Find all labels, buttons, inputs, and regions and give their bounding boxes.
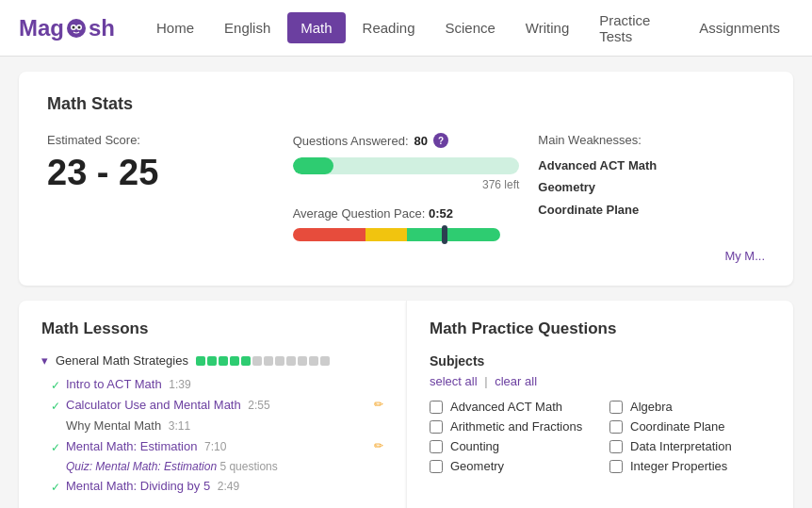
- subjects-grid: Advanced ACT Math Algebra Arithmetic and…: [430, 400, 771, 473]
- lesson-item-0: ✓ Intro to ACT Math 1:39: [41, 377, 383, 392]
- progress-dots: [196, 356, 330, 366]
- subject-label-4: Counting: [450, 439, 499, 453]
- lesson-link-3[interactable]: Mental Math: Estimation: [66, 439, 197, 453]
- quiz-detail: 5 questions: [219, 460, 277, 473]
- questions-answered-value: 80: [414, 134, 428, 148]
- lesson-link-1[interactable]: Calculator Use and Mental Math: [66, 398, 241, 412]
- lesson-item-3: ✓ Mental Math: Estimation 7:10 ✏: [41, 439, 383, 454]
- dot-11: [320, 356, 330, 366]
- lesson-time-4: 2:49: [218, 480, 239, 493]
- lesson-item-4: ✓ Mental Math: Dividing by 5 2:49: [41, 479, 383, 494]
- svg-point-3: [73, 25, 75, 28]
- dot-3: [230, 356, 239, 366]
- lesson-title-1: Calculator Use and Mental Math 2:55: [66, 398, 270, 412]
- dot-5: [252, 356, 262, 366]
- link-separator: |: [484, 374, 487, 388]
- subject-label-0: Advanced ACT Math: [450, 400, 562, 414]
- pencil-icon-1[interactable]: ✏: [374, 398, 383, 411]
- questions-answered-label: Questions Answered:: [293, 134, 409, 148]
- subject-label-6: Geometry: [450, 459, 504, 473]
- subject-checkbox-6[interactable]: [430, 460, 443, 473]
- pace-bar: [293, 228, 500, 241]
- subject-checkbox-0[interactable]: [430, 401, 443, 414]
- lessons-title: Math Lessons: [41, 320, 383, 338]
- subject-item-3: Coordinate Plane: [609, 419, 771, 434]
- navbar: Mag sh Home English Math Reading Science…: [0, 0, 812, 57]
- subject-label-2: Arithmetic and Fractions: [450, 419, 582, 434]
- stats-title: Math Stats: [47, 94, 765, 114]
- weakness-1: Geometry: [538, 176, 765, 198]
- lesson-time-1: 2:55: [248, 399, 269, 412]
- lesson-item-2: ✓ Why Mental Math 3:11: [41, 418, 383, 434]
- subject-checkbox-1[interactable]: [609, 401, 623, 414]
- subject-checkbox-2[interactable]: [430, 420, 443, 434]
- nav-item-home[interactable]: Home: [143, 12, 207, 43]
- subject-label-3: Coordinate Plane: [630, 419, 724, 434]
- category-arrow: ▾: [41, 353, 48, 368]
- lesson-item-1: ✓ Calculator Use and Mental Math 2:55 ✏: [41, 398, 383, 413]
- quiz-link[interactable]: Quiz: Mental Math: Estimation: [66, 460, 217, 473]
- dot-10: [309, 356, 318, 366]
- subject-item-0: Advanced ACT Math: [430, 400, 591, 414]
- score-section: Estimated Score: 23 - 25: [47, 133, 274, 193]
- nav-item-math[interactable]: Math: [287, 12, 345, 43]
- subject-item-4: Counting: [430, 439, 591, 453]
- stats-card: Math Stats Estimated Score: 23 - 25 Ques…: [19, 72, 793, 286]
- subject-item-2: Arithmetic and Fractions: [430, 419, 591, 434]
- subject-item-1: Algebra: [609, 400, 771, 414]
- dot-0: [196, 356, 205, 366]
- check-icon-0: ✓: [51, 379, 60, 392]
- select-links: select all | clear all: [430, 374, 771, 388]
- practice-title: Math Practice Questions: [430, 320, 771, 338]
- questions-left: 376 left: [293, 178, 520, 191]
- my-math-link[interactable]: My M...: [47, 249, 765, 263]
- stats-grid: Estimated Score: 23 - 25 Questions Answe…: [47, 133, 765, 241]
- nav-item-practice-tests[interactable]: Practice Tests: [586, 5, 682, 52]
- dot-1: [207, 356, 217, 366]
- weakness-0: Advanced ACT Math: [538, 155, 765, 176]
- subject-label-5: Data Interpretation: [630, 439, 732, 453]
- subject-checkbox-3[interactable]: [609, 420, 623, 434]
- weakness-2: Coordinate Plane: [538, 199, 765, 221]
- pencil-icon-3[interactable]: ✏: [374, 439, 383, 452]
- dot-8: [286, 356, 296, 366]
- nav-item-reading[interactable]: Reading: [349, 12, 429, 43]
- score-label: Estimated Score:: [47, 133, 274, 147]
- pace-label: Average Question Pace: 0:52: [293, 206, 520, 221]
- dot-4: [241, 356, 251, 366]
- nav-item-writing[interactable]: Writing: [512, 12, 582, 43]
- nav-item-english[interactable]: English: [211, 12, 284, 43]
- select-all-link[interactable]: select all: [430, 374, 478, 388]
- pace-indicator: [442, 225, 447, 244]
- help-icon[interactable]: ?: [433, 133, 448, 148]
- lesson-link-0[interactable]: Intro to ACT Math: [66, 377, 162, 391]
- lesson-link-4[interactable]: Mental Math: Dividing by 5: [66, 479, 210, 493]
- subject-checkbox-4[interactable]: [430, 440, 443, 453]
- subject-checkbox-7[interactable]: [609, 460, 623, 473]
- check-icon-4: ✓: [51, 481, 60, 494]
- category-header[interactable]: ▾ General Math Strategies: [41, 353, 383, 368]
- svg-point-0: [67, 19, 86, 38]
- lesson-title-3: Mental Math: Estimation 7:10: [66, 439, 226, 453]
- subject-checkbox-5[interactable]: [609, 440, 623, 453]
- subject-item-5: Data Interpretation: [609, 439, 771, 453]
- clear-all-link[interactable]: clear all: [495, 374, 537, 388]
- lesson-title-2: Why Mental Math 3:11: [66, 418, 190, 433]
- dot-2: [219, 356, 228, 366]
- subjects-label: Subjects: [430, 353, 771, 369]
- weaknesses-section: Main Weaknesses: Advanced ACT Math Geome…: [538, 133, 765, 221]
- pace-value: 0:52: [429, 206, 453, 221]
- quiz-item: Quiz: Mental Math: Estimation 5 question…: [41, 460, 383, 473]
- dot-6: [264, 356, 273, 366]
- logo: Mag sh: [19, 15, 115, 41]
- nav-item-science[interactable]: Science: [431, 12, 508, 43]
- questions-section: Questions Answered: 80 ? 376 left Averag…: [293, 133, 520, 241]
- lesson-time-2: 3:11: [169, 419, 190, 433]
- nav-links: Home English Math Reading Science Writin…: [143, 5, 793, 52]
- questions-progress-bar: [293, 157, 520, 174]
- svg-point-4: [78, 25, 81, 28]
- lesson-title-0: Intro to ACT Math 1:39: [66, 377, 191, 391]
- subject-item-6: Geometry: [430, 459, 591, 473]
- check-icon-3: ✓: [51, 441, 60, 454]
- nav-item-assignments[interactable]: Assignments: [686, 12, 793, 43]
